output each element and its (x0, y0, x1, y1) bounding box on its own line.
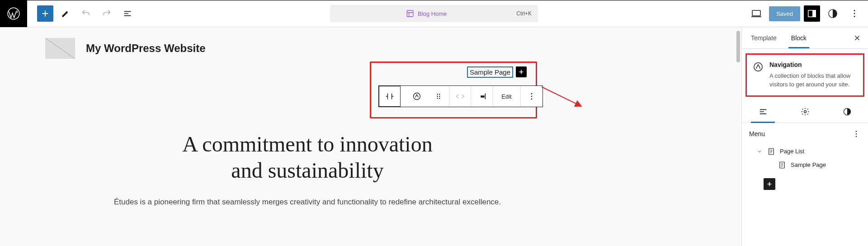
editor-canvas[interactable]: My WordPress Website Sample Page (0, 27, 741, 246)
hero-section[interactable]: A commitment to innovation and sustainab… (0, 131, 615, 208)
svg-point-14 (437, 98, 438, 99)
styles-button[interactable] (824, 5, 842, 23)
toolbar-edit-button[interactable]: Edit (493, 86, 521, 107)
svg-point-20 (754, 63, 762, 71)
block-toolbar: Edit (378, 85, 543, 107)
toolbar-move-arrows[interactable] (449, 86, 471, 107)
svg-point-24 (856, 133, 857, 134)
view-tab-list[interactable] (742, 101, 784, 123)
svg-point-25 (856, 136, 857, 137)
svg-point-18 (531, 96, 533, 97)
options-button[interactable] (845, 5, 863, 23)
settings-sidebar: Template Block Navigation A collection o… (741, 27, 868, 246)
toolbar-parent-nav-button[interactable] (379, 86, 401, 107)
nav-add-item-button[interactable] (516, 66, 527, 77)
svg-point-8 (854, 16, 855, 17)
tree-label-page-list: Page List (780, 148, 804, 155)
top-toolbar: Blog Home Ctrl+K Saved (0, 0, 868, 27)
view-tab-settings[interactable] (784, 101, 826, 123)
pages-icon (767, 147, 775, 156)
menu-panel-header: Menu (742, 123, 868, 145)
svg-point-19 (531, 99, 533, 100)
menu-heading: Menu (749, 130, 852, 137)
svg-rect-2 (752, 10, 760, 16)
save-button[interactable]: Saved (769, 6, 800, 21)
toolbar-more-button[interactable] (521, 86, 542, 107)
svg-point-23 (856, 131, 857, 132)
document-bar[interactable]: Blog Home Ctrl+K (330, 5, 538, 22)
svg-point-21 (804, 111, 806, 113)
settings-sidebar-toggle[interactable] (804, 5, 820, 22)
svg-rect-1 (407, 10, 413, 17)
tools-button[interactable] (56, 5, 74, 23)
navigation-block-highlight: Sample Page (370, 62, 537, 118)
top-left-tools (27, 5, 137, 23)
undo-button[interactable] (77, 5, 95, 23)
toolbar-block-type-button[interactable] (406, 86, 428, 107)
nav-link-sample-page[interactable]: Sample Page (468, 67, 512, 77)
tree-add-item[interactable] (747, 175, 863, 193)
redo-button[interactable] (98, 5, 116, 23)
hero-paragraph[interactable]: Études is a pioneering firm that seamles… (0, 196, 615, 208)
command-shortcut-hint: Ctrl+K (516, 10, 532, 17)
sidebar-close-button[interactable] (848, 34, 866, 42)
canvas-scrollbar[interactable] (736, 31, 740, 62)
svg-point-17 (531, 93, 533, 95)
document-title: Blog Home (418, 10, 447, 17)
sidebar-view-tabs (742, 101, 868, 123)
hero-heading[interactable]: A commitment to innovation and sustainab… (0, 131, 615, 183)
block-card-title: Navigation (769, 61, 857, 68)
site-logo-placeholder[interactable] (45, 38, 75, 59)
chevron-down-icon[interactable] (756, 149, 763, 154)
svg-point-13 (439, 96, 440, 97)
svg-point-9 (414, 93, 420, 100)
block-card-description: A collection of blocks that allow visito… (769, 72, 857, 89)
tree-label-sample-page: Sample Page (791, 161, 826, 168)
top-right-tools: Saved (747, 5, 863, 23)
svg-point-7 (854, 13, 855, 14)
view-device-button[interactable] (747, 5, 765, 23)
toolbar-align-button[interactable] (471, 86, 493, 107)
page-icon (778, 161, 786, 169)
tab-block[interactable]: Block (784, 28, 814, 48)
block-card-navigation: Navigation A collection of blocks that a… (745, 53, 864, 97)
tree-item-page-list[interactable]: Page List (747, 145, 863, 158)
svg-rect-16 (481, 95, 484, 98)
nav-link-row: Sample Page (468, 66, 527, 77)
compass-icon (753, 61, 763, 89)
svg-point-11 (439, 94, 440, 95)
plus-icon (764, 178, 775, 190)
tab-template[interactable]: Template (744, 28, 784, 48)
block-inserter-button[interactable] (37, 5, 53, 22)
toolbar-drag-handle[interactable] (428, 86, 449, 107)
view-tab-styles[interactable] (826, 101, 868, 123)
svg-point-10 (437, 94, 438, 95)
document-title-area: Blog Home (336, 9, 516, 18)
sidebar-tabs: Template Block (742, 27, 868, 49)
svg-point-12 (437, 96, 438, 97)
menu-tree: Page List Sample Page (742, 145, 868, 198)
tree-item-sample-page[interactable]: Sample Page (747, 158, 863, 172)
menu-options-button[interactable] (852, 129, 861, 138)
svg-point-6 (854, 10, 855, 11)
main-area: My WordPress Website Sample Page (0, 27, 868, 246)
annotation-arrow (541, 86, 582, 109)
svg-rect-4 (813, 10, 816, 17)
wordpress-logo[interactable] (0, 0, 27, 27)
document-overview-button[interactable] (118, 5, 137, 23)
svg-point-15 (439, 98, 440, 99)
site-title[interactable]: My WordPress Website (86, 42, 206, 55)
